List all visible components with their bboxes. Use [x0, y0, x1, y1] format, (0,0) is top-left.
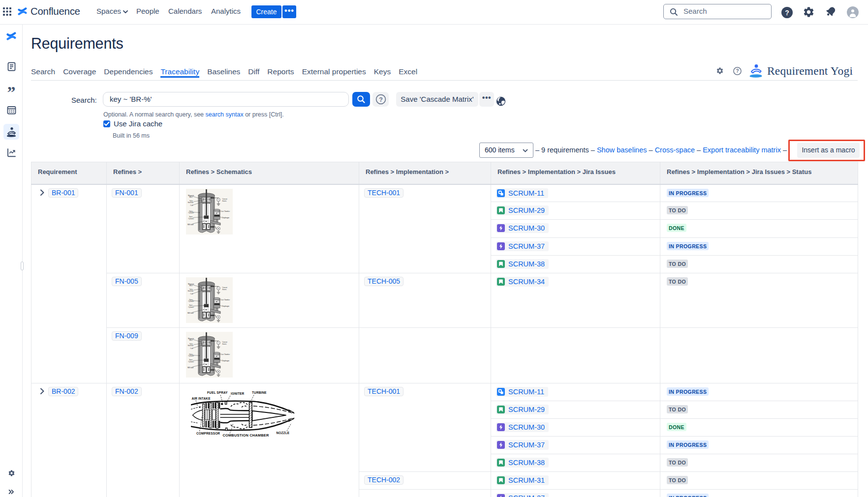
svg-text:?: ?	[785, 9, 789, 17]
svg-text:?: ?	[379, 96, 383, 103]
svg-text:?: ?	[736, 68, 739, 74]
